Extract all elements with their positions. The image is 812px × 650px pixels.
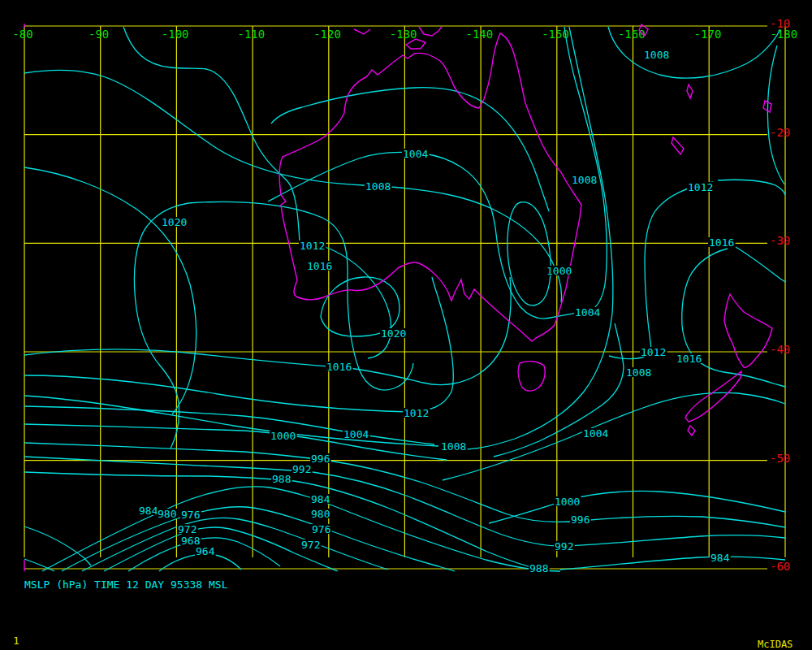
mcidas-logo: McIDAS	[758, 639, 793, 650]
isobar	[455, 27, 613, 449]
coastline-stewart-island	[688, 426, 695, 436]
isobar	[609, 182, 713, 358]
isobar-label: 992	[292, 463, 311, 475]
isobar	[24, 277, 453, 412]
isobar	[24, 559, 54, 571]
isobar	[188, 202, 413, 390]
isobar-label: 980	[158, 508, 176, 520]
isobar-label: 972	[301, 539, 320, 551]
isobar-label: 980	[311, 508, 330, 520]
latitude-label: -30	[770, 234, 790, 247]
isobar-label: 1008	[572, 174, 597, 186]
latitude-label: -40	[770, 343, 790, 356]
isobar-label: 1004	[575, 306, 600, 318]
coastline-timor	[354, 29, 370, 34]
isobar-label: 1000	[555, 496, 580, 508]
isobar-label: 1012	[300, 240, 325, 252]
longitude-label: -120	[313, 28, 341, 41]
longitude-label: -90	[89, 28, 109, 41]
isobar-label: 984	[139, 505, 158, 517]
isobar	[24, 277, 511, 385]
coastline-australia	[279, 33, 581, 341]
isobar-label: 1012	[641, 346, 666, 358]
isobar-label: 964	[196, 545, 215, 557]
isobar-label: 1008	[626, 366, 651, 379]
coastline-new-caledonia	[672, 137, 684, 154]
isobar	[508, 202, 551, 306]
isobar-label: 1004	[583, 427, 608, 440]
isobar-label: 976	[312, 523, 330, 535]
frame-number: 1	[13, 635, 19, 647]
mcidas-display: -80-90-100-110-120-130-140-150-160-170-1…	[0, 0, 812, 650]
isobar-label: 972	[178, 523, 197, 535]
latitude-label: -50	[770, 452, 790, 465]
isobar-label: 1008	[365, 180, 391, 193]
latitude-label: -10	[770, 17, 790, 30]
coastline-tasmania	[518, 362, 545, 392]
isobar-label: 988	[529, 562, 548, 574]
longitude-label: -160	[618, 28, 646, 41]
map-caption: MSLP (hPa) TIME 12 DAY 95338 MSL	[24, 578, 227, 591]
isobar-label: 1016	[709, 236, 734, 249]
coastline-nz-north-island	[724, 294, 772, 367]
latitude-label: -60	[770, 560, 790, 573]
map-canvas[interactable]: -80-90-100-110-120-130-140-150-160-170-1…	[0, 0, 812, 650]
isobar	[24, 526, 91, 566]
coastline-new-guinea-edge	[419, 27, 442, 36]
isobar	[62, 507, 455, 571]
isobar-label: 976	[181, 509, 200, 521]
isobar-label: 1008	[644, 49, 669, 61]
isobar-label: 1016	[676, 353, 702, 365]
isobar-label: 988	[272, 473, 291, 485]
isobar	[767, 46, 784, 184]
isobar-label: 1000	[546, 265, 572, 277]
isobar	[42, 487, 785, 571]
longitude-label: -130	[390, 28, 417, 41]
isobar-label: 1020	[162, 216, 187, 228]
isobar-label: 1020	[381, 327, 406, 340]
isobar	[489, 491, 785, 523]
isobar-label: 996	[311, 453, 330, 465]
isobar-labels: 1008100410081008101210201012101610161000…	[138, 49, 736, 574]
longitude-label: -140	[466, 28, 494, 41]
latitude-label: -20	[770, 126, 790, 139]
isobar	[718, 180, 785, 195]
isobar	[24, 167, 197, 414]
isobar	[443, 392, 785, 480]
isobar	[736, 247, 785, 282]
isobar-label: 1004	[403, 148, 428, 160]
isobar	[24, 396, 438, 446]
longitude-label: -80	[12, 28, 32, 41]
isobar-label: 984	[311, 493, 330, 505]
isobar-label: 1012	[404, 407, 429, 419]
isobar	[682, 249, 785, 387]
isobar-label: 1004	[343, 428, 369, 440]
coastline-vanuatu	[687, 84, 693, 98]
isobar-label: 1016	[326, 361, 352, 373]
longitude-label: -110	[238, 28, 266, 41]
isobar-label: 1012	[688, 181, 713, 193]
graticule: -80-90-100-110-120-130-140-150-160-170-1…	[12, 17, 797, 573]
longitude-label: -100	[162, 28, 189, 41]
isobar-label: 992	[555, 540, 573, 552]
isobar-label: 984	[710, 552, 730, 564]
isobar-label: 996	[571, 514, 590, 526]
isobar	[82, 518, 388, 571]
longitude-label: -170	[694, 28, 722, 41]
isobar-label: 1008	[441, 440, 466, 453]
isobar-label: 1016	[307, 260, 332, 272]
isobar-label: 1000	[270, 430, 296, 442]
coastline-nz-south-island	[685, 371, 741, 422]
